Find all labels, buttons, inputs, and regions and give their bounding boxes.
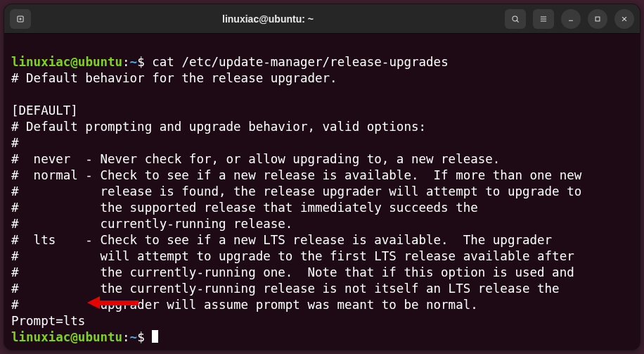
maximize-icon	[593, 14, 603, 24]
output-line: # lts - Check to see if a new LTS releas…	[11, 233, 552, 247]
maximize-button[interactable]	[588, 9, 607, 29]
close-button[interactable]	[614, 9, 634, 29]
output-line: # the supported release that immediately…	[11, 201, 478, 215]
window-title: linuxiac@ubuntu: ~	[31, 13, 505, 25]
terminal-body[interactable]: linuxiac@ubuntu:~$ cat /etc/update-manag…	[4, 34, 640, 350]
arrow-shaft	[100, 301, 139, 305]
output-line: # will attempt to upgrade to the first L…	[11, 249, 574, 263]
output-line: # Default behavior for the release upgra…	[11, 71, 337, 85]
prompt-host: ubuntu	[78, 330, 122, 344]
svg-rect-9	[595, 17, 600, 21]
arrow-left-icon	[87, 296, 100, 309]
output-line: # release is found, the release upgrader…	[11, 184, 581, 198]
output-line: # never - Never check for, or allow upgr…	[11, 152, 500, 166]
prompt-host: ubuntu	[78, 55, 122, 69]
output-line: # upgrader will assume prompt was meant …	[11, 298, 478, 312]
svg-point-3	[513, 15, 517, 20]
cursor	[152, 330, 158, 343]
output-line: # normal - Check to see if a new release…	[11, 168, 581, 182]
titlebar-right-group	[505, 9, 634, 29]
output-line: [DEFAULT]	[11, 103, 78, 118]
new-tab-icon	[15, 14, 25, 24]
minimize-button[interactable]	[561, 9, 581, 29]
new-tab-button[interactable]	[10, 9, 31, 29]
prompt-user: linuxiac	[11, 55, 70, 69]
prompt-symbol: $	[137, 55, 145, 69]
search-button[interactable]	[505, 9, 526, 29]
output-line: # the currently-running one. Note that i…	[11, 265, 574, 279]
output-line: # Default prompting and upgrade behavior…	[11, 120, 426, 134]
svg-line-4	[517, 20, 519, 23]
prompt-at: @	[70, 55, 78, 69]
output-line: # the currently-running release is not i…	[11, 282, 560, 296]
minimize-icon	[566, 14, 576, 24]
prompt-colon: :	[122, 55, 130, 69]
prompt-path: ~	[130, 55, 138, 69]
prompt-path: ~	[130, 330, 138, 344]
output-line: # currently-running release.	[11, 217, 292, 231]
menu-button[interactable]	[533, 9, 554, 29]
prompt-at: @	[70, 330, 78, 344]
annotation-arrow	[87, 296, 139, 309]
close-icon	[619, 14, 629, 24]
titlebar-left-group	[10, 9, 31, 29]
titlebar: linuxiac@ubuntu: ~	[4, 4, 640, 34]
output-line: #	[11, 136, 19, 150]
search-icon	[510, 14, 520, 24]
prompt-colon: :	[122, 330, 130, 344]
output-line-prompt-setting: Prompt=lts	[11, 314, 85, 328]
prompt-symbol: $	[137, 330, 145, 344]
hamburger-icon	[539, 14, 548, 24]
terminal-window: linuxiac@ubuntu: ~ linuxiac@ubuntu:~$ ca…	[4, 4, 640, 350]
prompt-user: linuxiac	[11, 330, 70, 344]
typed-command: cat /etc/update-manager/release-upgrades	[152, 55, 448, 69]
